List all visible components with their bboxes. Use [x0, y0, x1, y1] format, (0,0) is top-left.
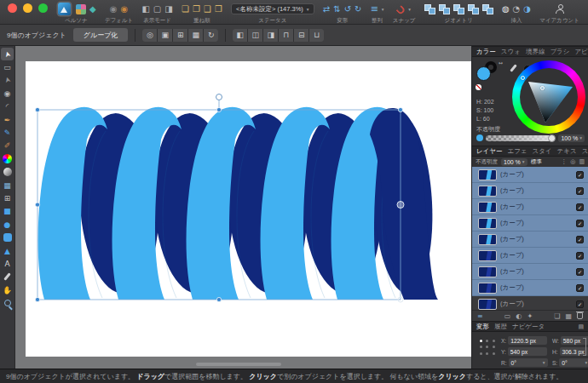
layer-visibility-checkbox[interactable]: ✓ — [576, 284, 584, 292]
opacity-slider-knob[interactable] — [548, 134, 556, 142]
flip-horizontal-icon[interactable]: ⇄ — [323, 3, 330, 15]
shear-field[interactable]: 0°▾ — [559, 358, 588, 367]
live-filter-icon[interactable]: ✦ — [527, 312, 533, 320]
align-right-icon[interactable]: ◨ — [263, 29, 278, 42]
ellipse-tool[interactable]: ● — [0, 218, 14, 231]
layer-row[interactable]: (カーブ)✓ — [472, 248, 588, 264]
tab-ブラシ[interactable]: ブラシ — [550, 48, 569, 56]
view-hand-tool[interactable]: ✋ — [0, 283, 14, 296]
align-middle-icon[interactable]: ⊟ — [294, 29, 308, 42]
tab-履歴[interactable]: 履歴 — [494, 323, 507, 331]
x-field[interactable]: 1220.5 px — [508, 336, 547, 345]
fill-color-well[interactable] — [476, 66, 491, 81]
layer-visibility-checkbox[interactable]: ✓ — [576, 300, 584, 308]
new-layer-icon[interactable]: ❏ — [554, 312, 560, 320]
colour-picker-tool[interactable] — [0, 271, 14, 283]
hue-marker[interactable] — [521, 76, 525, 80]
tab-境界線[interactable]: 境界線 — [526, 48, 545, 56]
view-vector-icon[interactable]: ▢ — [153, 3, 161, 15]
boolean-subtract-icon[interactable] — [439, 4, 450, 14]
boolean-add-icon[interactable] — [424, 4, 435, 14]
layer-visibility-checkbox[interactable]: ✓ — [576, 252, 584, 260]
horizontal-scrollbar[interactable] — [196, 363, 281, 366]
align-bottom-icon[interactable]: ⊔ — [309, 29, 324, 42]
rounded-rectangle-tool[interactable] — [0, 231, 14, 243]
anchor-point-selector[interactable] — [478, 338, 497, 357]
text-tool[interactable]: A — [0, 257, 14, 270]
layer-row[interactable]: (カーブ)✓ — [472, 232, 588, 248]
lock-icon[interactable]: ▥ — [579, 158, 585, 165]
layer-visibility-checkbox[interactable]: ✓ — [576, 187, 584, 195]
align-top-icon[interactable]: ⊓ — [279, 29, 293, 42]
layer-row[interactable]: (カーブ)✓ — [472, 280, 588, 296]
export-persona-icon[interactable]: ◆ — [89, 3, 96, 15]
mask-layer-icon[interactable]: ▭ — [504, 312, 511, 320]
selection-handle[interactable] — [35, 297, 39, 301]
layer-visibility-checkbox[interactable]: ✓ — [576, 203, 584, 211]
tab-ストッ[interactable]: ストッ — [582, 147, 588, 156]
swap-colors-icon[interactable]: ↔ — [499, 60, 503, 66]
selection-handle[interactable] — [216, 107, 221, 111]
tab-変形[interactable]: 変形 — [476, 323, 489, 331]
delete-layer-icon[interactable] — [577, 312, 583, 319]
insert-behind-icon[interactable]: ◔ — [513, 3, 521, 15]
affinity-designer-app-icon[interactable] — [58, 3, 71, 15]
arrange-to-back-icon[interactable]: ❒ — [215, 3, 222, 15]
saturation-marker[interactable] — [540, 86, 545, 90]
layer-grid-icon[interactable]: ▦ — [565, 312, 572, 320]
selection-handle[interactable] — [35, 203, 39, 207]
panel-menu-icon[interactable]: ▤ — [578, 323, 584, 330]
layer-row[interactable]: (カーブ)✓ — [472, 264, 588, 280]
corner-tool[interactable]: ◜ — [0, 100, 14, 113]
insert-inside-icon[interactable]: ◍ — [502, 3, 510, 15]
tab-エフェ[interactable]: エフェ — [508, 147, 527, 156]
rotate-selection-icon[interactable]: ↻ — [204, 29, 218, 42]
place-image-tool[interactable]: ▦ — [0, 179, 14, 192]
insert-above-icon[interactable]: ◑ — [523, 3, 531, 15]
insert-node-icon[interactable]: ⊞ — [173, 29, 187, 42]
no-color-icon[interactable] — [476, 84, 481, 90]
my-account-icon[interactable] — [555, 4, 564, 14]
layer-visibility-checkbox[interactable]: ✓ — [576, 268, 584, 276]
rotate-cw-icon[interactable]: ↻ — [355, 3, 361, 15]
vector-brush-tool[interactable]: ✐ — [0, 140, 14, 152]
arrange-forward-icon[interactable]: ❐ — [193, 3, 200, 15]
node-tool[interactable]: ➤ — [0, 74, 14, 87]
preset-paint-icon[interactable]: ◉ — [121, 3, 129, 15]
tab-アピア[interactable]: アピア — [574, 48, 588, 56]
align-center-h-icon[interactable]: ◫ — [248, 29, 262, 42]
align-left-icon[interactable]: ◧ — [233, 29, 247, 42]
isolate-icon[interactable]: ◎ — [570, 158, 575, 165]
layers-list-icon[interactable]: ≡ — [477, 312, 483, 320]
layer-visibility-checkbox[interactable]: ✓ — [576, 236, 584, 243]
zoom-tool[interactable] — [0, 296, 14, 309]
hsl-color-wheel[interactable] — [512, 60, 585, 134]
adjustment-layer-icon[interactable]: ◐ — [516, 312, 522, 320]
minimize-window-icon[interactable] — [23, 3, 32, 13]
caret-down-icon[interactable]: ▾ — [382, 7, 384, 12]
pen-tool[interactable]: ✒ — [0, 113, 14, 126]
close-window-icon[interactable] — [8, 3, 17, 13]
canvas[interactable] — [15, 46, 471, 369]
snapping-magnet-icon[interactable] — [396, 4, 406, 14]
y-field[interactable]: 540 px — [508, 347, 547, 356]
selection-handle-hover[interactable] — [397, 202, 404, 209]
artboard-tool[interactable]: ▭ — [0, 60, 14, 73]
pencil-tool[interactable]: ✎ — [0, 126, 14, 139]
triangle-tool[interactable]: ▲ — [0, 244, 14, 257]
colour-wheel-tool[interactable] — [0, 152, 14, 165]
rotate-ccw-icon[interactable]: ↺ — [344, 3, 351, 15]
more-options-icon[interactable]: ⋮ — [561, 158, 567, 165]
view-pixel-icon[interactable]: ◨ — [164, 3, 172, 15]
layer-row[interactable]: (カーブ)✓ — [472, 199, 588, 215]
selection-handle[interactable] — [35, 107, 39, 111]
tab-スタイ[interactable]: スタイ — [533, 147, 552, 156]
layer-row[interactable]: (カーブ)✓ — [472, 296, 588, 310]
point-transform-tool[interactable]: ◉ — [0, 87, 14, 100]
selection-handle[interactable] — [398, 107, 402, 111]
maximize-window-icon[interactable] — [38, 3, 48, 13]
layer-opacity-value[interactable]: 100 %▾ — [501, 158, 527, 166]
fill-gradient-tool[interactable] — [0, 166, 14, 179]
selection-box-icon[interactable]: ▣ — [158, 29, 172, 42]
rectangle-tool[interactable]: ■ — [0, 205, 14, 218]
